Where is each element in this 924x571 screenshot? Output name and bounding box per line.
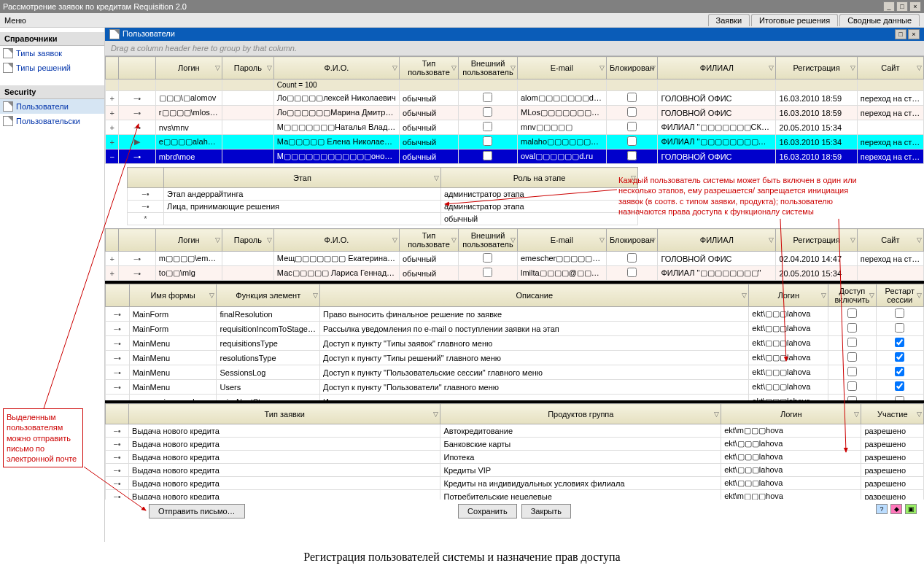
tab-summary[interactable]: Сводные данные [839,14,920,26]
maximize-button[interactable]: □ [896,1,908,12]
col-form-name[interactable]: Имя формы▽ [129,284,217,307]
col-email[interactable]: E-mail▽ [517,57,606,79]
expand-icon[interactable]: + [106,106,119,120]
menu-item[interactable]: Меню [4,16,26,25]
sidebar-item-decision-types[interactable]: Типы решений [0,61,104,75]
table-row[interactable]: −• Лица, принимающие решения администрат… [128,201,638,213]
access-checkbox[interactable] [847,367,857,376]
table-row[interactable]: −• MainForm finalResolution Право выноси… [106,307,924,322]
col-login[interactable]: Логин▽ [721,404,861,424]
save-button[interactable]: Сохранить [458,504,517,518]
table-row[interactable]: + −• r▢▢▢▢\mloshakova Ло▢▢▢▢▢▢Марина Дми… [106,106,924,120]
sidebar-item-user-sessions[interactable]: Пользовательски [0,114,104,128]
tool-icon-2[interactable]: ◆ [890,504,902,514]
close-button[interactable]: Закрыть [521,504,571,518]
table-row[interactable]: −• MainMenu Users Доступ к пункту "Польз… [106,380,924,395]
tab-requests[interactable]: Заявки [708,14,750,26]
blocked-checkbox[interactable] [627,107,637,117]
table-row[interactable]: * обычный [128,213,638,225]
table-row[interactable]: −• MainMenu SessionsLog Доступ к пункту … [106,365,924,380]
table-row[interactable]: −• Выдача нового кредита Кредиты VIP ekt… [106,464,924,477]
table-row[interactable]: −• progression_card missNextStages Имеет… [106,395,924,401]
table-row[interactable]: + ▶ e▢▢▢▢alahova Ма▢▢▢▢▢ Елена Николаевн… [106,135,924,149]
table-row[interactable]: + −• ▢▢▢\▢alomov Ло▢▢▢▢▢лексей Николаеви… [106,91,924,106]
blocked-checkbox[interactable] [627,93,637,102]
close-button[interactable]: × [909,1,921,12]
expand-icon[interactable]: + [106,252,119,266]
col-site[interactable]: Сайт▽ [857,57,923,79]
access-checkbox[interactable] [847,338,857,347]
col-type[interactable]: Тип пользовате▽ [399,57,458,79]
panel-max-button[interactable]: □ [895,29,906,39]
send-mail-button[interactable]: Отправить письмо… [149,504,245,518]
col-login[interactable]: Логин▽ [155,57,222,79]
access-checkbox[interactable] [847,323,857,333]
col-participation[interactable]: Участие▽ [861,404,924,424]
panel-close-button[interactable]: × [908,29,920,39]
table-row[interactable]: + −• nvs\mnv М▢▢▢▢▢▢▢Наталья Владимировн… [106,120,924,135]
access-checkbox[interactable] [847,308,857,318]
access-checkbox[interactable] [847,352,857,362]
restart-checkbox[interactable] [895,323,904,333]
restart-checkbox[interactable] [895,338,904,347]
expand-icon[interactable]: + [106,266,119,281]
blocked-checkbox[interactable] [627,253,637,263]
group-by-strip[interactable]: Drag a column header here to group by th… [105,41,924,56]
blocked-checkbox[interactable] [627,268,637,277]
table-row[interactable]: −• Выдача нового кредита Автокредитовани… [106,424,924,438]
tool-icon-1[interactable]: ? [876,504,888,514]
sidebar-item-request-types[interactable]: Типы заявок [0,46,104,61]
blocked-checkbox[interactable] [627,122,637,131]
col-registration[interactable]: Регистрация▽ [776,57,857,79]
external-checkbox[interactable] [483,136,492,146]
external-checkbox[interactable] [483,253,492,263]
expand-icon[interactable]: + [106,120,119,135]
col-description[interactable]: Описание▽ [320,284,749,307]
external-checkbox[interactable] [483,268,492,277]
external-checkbox[interactable] [483,107,492,117]
table-row[interactable]: −• Выдача нового кредита Кредиты на инди… [106,477,924,490]
table-row[interactable]: −• Выдача нового кредита Потребительские… [106,490,924,500]
blocked-checkbox[interactable] [627,151,637,160]
tool-icon-3[interactable]: ▣ [905,504,917,514]
external-checkbox[interactable] [483,93,492,102]
blocked-checkbox[interactable] [627,136,637,146]
col-fio[interactable]: Ф.И.О.▽ [273,57,399,79]
tab-final-decisions[interactable]: Итоговые решения [751,14,838,26]
table-row[interactable]: −• MainMenu resolutionsType Доступ к пун… [106,351,924,365]
external-checkbox[interactable] [483,122,492,131]
col-indicator [119,57,156,79]
col-blocked[interactable]: Блокирован▽ [606,57,658,79]
col-stage[interactable]: Этап▽ [164,168,441,188]
col-password[interactable]: Пароль▽ [222,57,273,79]
restart-checkbox[interactable] [895,367,904,376]
table-row[interactable]: −• Выдача нового кредита Банковские карт… [106,438,924,451]
col-login[interactable]: Логин▽ [749,284,828,307]
col-product-group[interactable]: Продуктов группа▽ [440,404,721,424]
expand-icon[interactable]: − [106,149,119,164]
col-branch[interactable]: ФИЛИАЛ▽ [658,57,776,79]
col-restart[interactable]: Рестарт сессии▽ [876,284,923,307]
external-checkbox[interactable] [483,151,492,160]
table-row[interactable]: −• Этап андеррайтинга администратор этап… [128,188,638,201]
table-row[interactable]: −• MainForm requisitionIncomToStageNo… Р… [106,322,924,336]
col-external[interactable]: Внешний пользователь▽ [458,57,517,79]
col-role[interactable]: Роль на этапе▽ [441,168,638,188]
cell-login: e▢▢▢▢alahova [155,135,222,149]
minimize-button[interactable]: _ [883,1,895,12]
table-row[interactable]: − −• mbrd\moe М▢▢▢▢▢▢▢▢▢▢▢▢ономина О.В. … [106,149,924,164]
table-row[interactable]: + −• to▢▢\mlg Мас▢▢▢▢▢ Лариса Геннадьевн… [106,266,924,281]
restart-checkbox[interactable] [895,352,904,362]
col-access[interactable]: Доступ включить▽ [828,284,876,307]
expand-icon[interactable]: + [106,91,119,106]
table-row[interactable]: −• Выдача нового кредита Ипотека ekt\▢▢▢… [106,451,924,464]
restart-checkbox[interactable] [895,381,904,391]
table-row[interactable]: −• MainMenu requisitionsType Доступ к пу… [106,336,924,351]
sidebar-item-users[interactable]: Пользователи [0,99,104,114]
restart-checkbox[interactable] [895,308,904,318]
access-checkbox[interactable] [847,381,857,391]
table-row[interactable]: + −• m▢▢▢▢\emescheryak… Мещ▢▢▢▢▢▢▢ Екате… [106,252,924,266]
expand-icon[interactable]: + [106,135,119,149]
col-function[interactable]: Функция элемент▽ [217,284,320,307]
col-request-type[interactable]: Тип заявки▽ [129,404,440,424]
